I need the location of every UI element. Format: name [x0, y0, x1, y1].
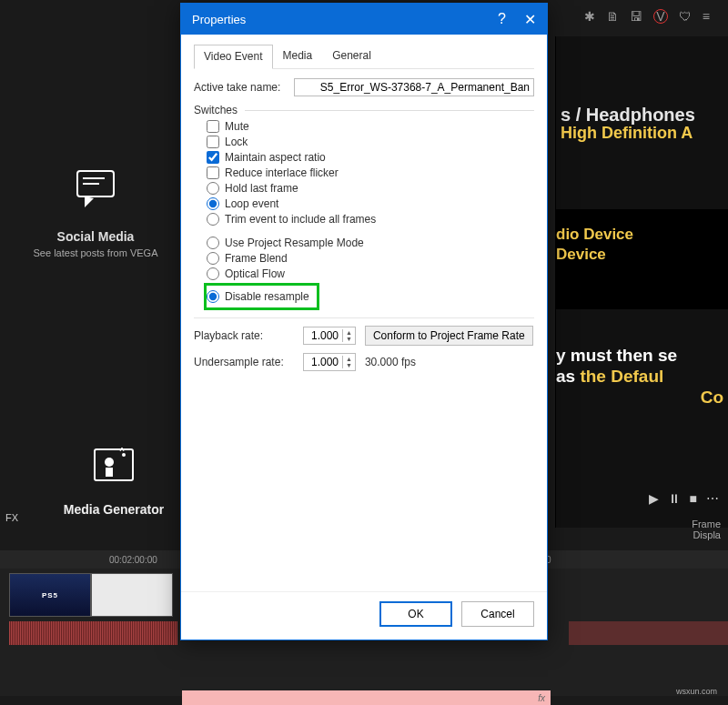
tab-video-event[interactable]: Video Event: [194, 45, 273, 69]
close-icon[interactable]: ✕: [524, 11, 536, 28]
preview-line1: s / Headphones: [561, 105, 695, 125]
properties-dialog: Properties ? ✕ Video Event Media General…: [180, 3, 548, 640]
dialog-titlebar[interactable]: Properties ? ✕: [181, 4, 547, 35]
fx-label: FX: [5, 512, 18, 523]
loop-option[interactable]: Loop event: [207, 197, 534, 210]
dialog-body: Video Event Media General Active take na…: [181, 35, 547, 591]
trim-option[interactable]: Trim event to include all frames: [207, 213, 534, 226]
preview-mid-text: y must then se as the Defaul Co: [556, 346, 728, 408]
lock-option[interactable]: Lock: [207, 136, 534, 148]
preview-heading: s / Headphones High Definition A: [561, 105, 695, 143]
fps-label: 30.000 fps: [365, 356, 416, 368]
top-toolbar: ✱ 🗎 🖫 V 🛡 ≡: [584, 9, 710, 24]
playback-rate-label: Playback rate:: [194, 329, 294, 342]
down-arrow-icon[interactable]: ▼: [343, 362, 355, 368]
preview-device: Device: [556, 246, 728, 264]
help-icon[interactable]: ?: [498, 11, 506, 28]
undersample-rate-input[interactable]: [304, 354, 342, 370]
undersample-rate-row: Undersample rate: ▲▼ 30.000 fps: [194, 353, 534, 371]
v-icon[interactable]: V: [653, 9, 668, 24]
more-icon[interactable]: ⋯: [706, 491, 719, 506]
loop-radio[interactable]: [207, 197, 219, 210]
undersample-rate-spin[interactable]: ▲▼: [303, 353, 356, 371]
social-media-icon: [64, 164, 127, 218]
dialog-spacer: [194, 378, 534, 588]
clip-news[interactable]: [91, 573, 173, 617]
up-arrow-icon[interactable]: ▲: [343, 329, 355, 336]
dialog-tabs: Video Event Media General: [194, 44, 534, 69]
disable-resample-option[interactable]: Disable resample: [207, 290, 309, 303]
dialog-buttons: OK Cancel: [181, 591, 547, 640]
preview-controls: ▶ ⏸ ■ ⋯: [649, 491, 719, 506]
aspect-checkbox[interactable]: [207, 151, 219, 164]
shield-icon[interactable]: 🛡: [679, 9, 692, 24]
aspect-label: Maintain aspect ratio: [225, 151, 326, 164]
svg-rect-4: [95, 449, 133, 480]
disable-resample-highlight: Disable resample: [204, 283, 319, 310]
frame-label: Frame: [692, 519, 721, 529]
flicker-label: Reduce interlace flicker: [225, 166, 339, 179]
audio-wave-1[interactable]: [9, 621, 177, 645]
svg-point-7: [122, 453, 126, 457]
stop-icon[interactable]: ■: [690, 491, 697, 506]
svg-point-5: [105, 458, 114, 467]
optical-flow-radio[interactable]: [207, 267, 219, 280]
preview-mid-co: Co: [556, 388, 728, 408]
active-take-label: Active take name:: [194, 81, 294, 94]
lock-checkbox[interactable]: [207, 136, 219, 148]
preview-panel: s / Headphones High Definition A dio Dev…: [555, 36, 728, 528]
preview-black-block: dio Device Device: [556, 209, 728, 309]
tab-general[interactable]: General: [322, 44, 381, 68]
cancel-button[interactable]: Cancel: [461, 601, 534, 627]
hold-option[interactable]: Hold last frame: [207, 182, 534, 195]
optical-flow-label: Optical Flow: [225, 267, 285, 280]
flicker-checkbox[interactable]: [207, 166, 219, 179]
mute-checkbox[interactable]: [207, 120, 219, 133]
mute-option[interactable]: Mute: [207, 120, 534, 133]
trim-label: Trim event to include all frames: [225, 213, 376, 226]
time-marker-1: 00:02:00:00: [109, 555, 157, 565]
preview-mid-as: as: [556, 367, 580, 386]
use-project-radio[interactable]: [207, 237, 219, 249]
video-clips[interactable]: PS5: [9, 573, 173, 619]
media-generator-card[interactable]: Media Generator: [55, 437, 173, 517]
preview-mid-default: the Defaul: [580, 367, 663, 386]
loop-label: Loop event: [225, 197, 278, 210]
up-arrow-icon[interactable]: ▲: [343, 356, 355, 362]
share-icon[interactable]: ✱: [584, 9, 595, 24]
social-media-card[interactable]: Social Media See latest posts from VEGA: [9, 164, 182, 258]
disable-resample-radio[interactable]: [207, 290, 219, 303]
tab-media[interactable]: Media: [273, 44, 323, 68]
use-project-resample-option[interactable]: Use Project Resample Mode: [207, 237, 534, 249]
clip-ps5[interactable]: PS5: [9, 573, 91, 617]
doc-icon[interactable]: 🗎: [606, 9, 619, 24]
hold-radio[interactable]: [207, 182, 219, 195]
trim-radio[interactable]: [207, 213, 219, 226]
active-take-input[interactable]: [294, 78, 534, 96]
svg-rect-6: [106, 468, 113, 477]
preview-mid-l1: y must then se: [556, 346, 728, 367]
down-arrow-icon[interactable]: ▼: [343, 336, 355, 342]
frame-blend-option[interactable]: Frame Blend: [207, 252, 534, 265]
watermark: wsxun.com: [676, 687, 717, 696]
frame-blend-radio[interactable]: [207, 252, 219, 265]
playback-rate-arrows[interactable]: ▲▼: [342, 329, 355, 342]
conform-button[interactable]: Conform to Project Frame Rate: [365, 326, 533, 346]
playback-rate-spin[interactable]: ▲▼: [303, 327, 356, 345]
fx-strip-label: fx: [538, 693, 545, 703]
save-icon[interactable]: 🖫: [630, 9, 642, 24]
optical-flow-option[interactable]: Optical Flow: [207, 267, 534, 280]
undersample-arrows[interactable]: ▲▼: [342, 356, 355, 368]
ok-button[interactable]: OK: [379, 601, 452, 627]
separator: [194, 317, 534, 318]
flicker-option[interactable]: Reduce interlace flicker: [207, 166, 534, 179]
aspect-option[interactable]: Maintain aspect ratio: [207, 151, 534, 164]
menu-icon[interactable]: ≡: [703, 9, 710, 24]
pause-icon[interactable]: ⏸: [668, 491, 681, 506]
play-icon[interactable]: ▶: [649, 491, 659, 506]
audio-wave-2[interactable]: [569, 621, 728, 645]
playback-rate-input[interactable]: [304, 327, 342, 344]
preview-line2: High Definition A: [561, 125, 695, 143]
fx-strip[interactable]: fx: [182, 690, 551, 705]
switches-label: Switches: [194, 104, 238, 116]
